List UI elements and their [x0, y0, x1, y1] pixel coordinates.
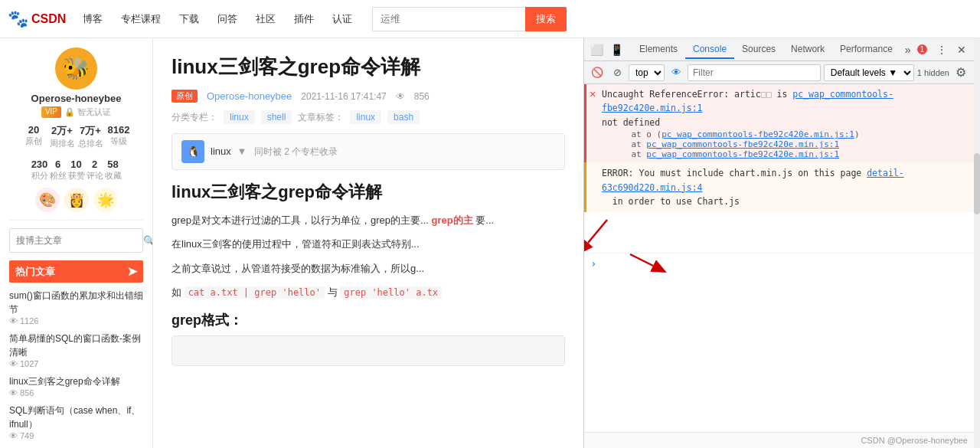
tab-network[interactable]: Network — [783, 41, 832, 59]
tab-performance[interactable]: Performance — [832, 41, 900, 59]
nav-search-button[interactable]: 搜索 — [525, 7, 567, 31]
author-stats: 20 原创 2万+ 周排名 7万+ 总排名 8162 等级 — [21, 124, 132, 149]
article-meta: 原创 Operose-honeybee 2021-11-16 17:41:47 … — [172, 90, 565, 103]
article-views-0: 👁 1126 — [9, 316, 143, 325]
stack-link-3[interactable]: pc_wap_commontools-fbe92c420e.min.js:1 — [646, 149, 839, 159]
error-stack: at o (pc_wap_commontools-fbe92c420e.min.… — [602, 129, 968, 159]
vertical-scrollbar[interactable] — [974, 38, 980, 448]
author-name[interactable]: Operose-honeybee — [31, 93, 122, 104]
collection-sub-text: 同时被 2 个专栏收录 — [254, 146, 338, 157]
stat-week-rank-label: 周排名 — [50, 138, 75, 149]
article-heading-2: linux三剑客之grep命令详解 — [172, 181, 565, 204]
article-p3: 之前文章说过，从管道符接受的数据为标准输入，所以g... — [172, 260, 565, 277]
sidebar-search-input[interactable] — [10, 235, 137, 246]
stat-comments: 2 评论 — [87, 159, 103, 181]
stat-original: 20 原创 — [21, 124, 47, 149]
article-main-title: linux三剑客之grep命令详解 — [172, 54, 565, 80]
stat-total-rank: 7万+ 总排名 — [78, 124, 103, 149]
hot-articles-header: 热门文章 ➤ — [9, 260, 143, 283]
stat-comments-label: 评论 — [87, 170, 103, 181]
logo[interactable]: 🐾 CSDN — [8, 9, 66, 29]
nav-item-community[interactable]: 社区 — [250, 9, 282, 29]
article-title-1[interactable]: 简单易懂的SQL的窗口函数-案例清晰 — [9, 332, 143, 359]
scrollbar-thumb[interactable] — [974, 153, 980, 214]
tab-elements[interactable]: Elements — [632, 41, 685, 59]
article-title-2[interactable]: linux三剑客之grep命令详解 — [9, 374, 143, 388]
top-nav: 🐾 CSDN 博客 专栏课程 下载 问答 社区 插件 认证 搜索 — [0, 0, 980, 38]
tab-sources[interactable]: Sources — [734, 41, 783, 59]
console-output: ✕ Uncaught ReferenceError: artic□□ is pc… — [584, 84, 974, 432]
error-message-1: Uncaught ReferenceError: artic□□ is pc_w… — [602, 87, 968, 129]
stat-week-rank-num: 2万+ — [50, 124, 75, 138]
avatar: 🐝 — [55, 47, 97, 90]
inspect-element-button[interactable]: ⬜ — [587, 41, 606, 59]
devtools-tabs: ⬜ 📱 Elements Console Sources Network Per… — [584, 38, 974, 61]
console-error-2: ERROR: You must include chart.min.js on … — [584, 162, 974, 212]
tag-linux[interactable]: linux — [350, 110, 381, 124]
tab-console[interactable]: Console — [685, 41, 734, 59]
search-icon[interactable]: 🔍 — [137, 235, 153, 247]
stack-link-1[interactable]: pc_wap_commontools-fbe92c420e.min.js:1 — [662, 129, 854, 139]
highlight-grep: grep的主 — [432, 214, 473, 226]
eye-icon-2: 👁 — [9, 388, 18, 397]
close-devtools-button[interactable]: ✕ — [952, 41, 971, 59]
devtools-icon-buttons: ⬜ 📱 — [587, 41, 626, 59]
console-settings-button[interactable]: ⚙ — [952, 65, 969, 80]
logo-icon: 🐾 — [8, 9, 28, 29]
eye-icon-0: 👁 — [9, 316, 18, 325]
devtools-bottom-text: CSDN @Operose-honeybee — [861, 436, 968, 445]
nav-item-plugins[interactable]: 插件 — [288, 9, 320, 29]
article-title-3[interactable]: SQL判断语句（case when、if、ifnull） — [9, 404, 143, 431]
author-extra-stats: 230 积分 6 粉丝 10 获赞 2 评论 58 收藏 — [31, 159, 122, 181]
stack-link-2[interactable]: pc_wap_commontools-fbe92c420e.min.js:1 — [646, 139, 839, 149]
nav-item-qa[interactable]: 问答 — [211, 9, 243, 29]
article-title-0[interactable]: sum()窗口函数的累加求和出错细节 — [9, 289, 143, 316]
tag-bash[interactable]: bash — [387, 110, 420, 124]
nav-item-courses[interactable]: 专栏课程 — [115, 9, 167, 29]
eye-icon-1: 👁 — [9, 359, 18, 368]
article-content: linux三剑客之grep命令详解 原创 Operose-honeybee 20… — [153, 38, 583, 448]
context-selector[interactable]: top — [629, 64, 665, 81]
stat-likes-num: 10 — [68, 159, 85, 170]
device-toolbar-button[interactable]: 📱 — [607, 41, 626, 59]
devtools-action-buttons: ⋮ ✕ — [933, 41, 971, 59]
collection-name[interactable]: linux — [211, 146, 231, 157]
nav-item-download[interactable]: 下载 — [173, 9, 205, 29]
stat-points-num: 230 — [31, 159, 48, 170]
article-views-1: 👁 1027 — [9, 359, 143, 368]
stat-level-num: 8162 — [106, 124, 132, 136]
tag-original: 原创 — [172, 90, 198, 103]
list-item: linux三剑客之grep命令详解 👁 856 — [9, 374, 143, 397]
clear-console-button[interactable]: 🚫 — [589, 64, 606, 81]
more-tabs-button[interactable]: » — [900, 42, 916, 57]
hot-articles-arrow-icon: ➤ — [127, 264, 137, 279]
collection-arrow-icon: ▼ — [237, 146, 247, 157]
annotation-container: › — [584, 212, 974, 273]
stat-comments-num: 2 — [87, 159, 103, 170]
tags-label: 文章标签： — [298, 111, 344, 124]
article-heading-3: grep格式： — [172, 311, 565, 329]
console-filter-input[interactable] — [688, 64, 821, 81]
cat-linux[interactable]: linux — [224, 110, 255, 124]
console-error-1: ✕ Uncaught ReferenceError: artic□□ is pc… — [584, 84, 974, 162]
meta-author[interactable]: Operose-honeybee — [207, 90, 292, 102]
nav-item-blog[interactable]: 博客 — [77, 9, 109, 29]
author-icon-2: 👸 — [64, 188, 89, 212]
error-link-2[interactable]: detail-63c690d220.min.js:4 — [602, 168, 904, 192]
badge-verify: 🔒 智无认证 — [64, 106, 111, 118]
log-levels-selector[interactable]: Default levels ▼ — [824, 64, 914, 81]
devtools-panel: ⬜ 📱 Elements Console Sources Network Per… — [583, 38, 974, 448]
filter-toggle-button[interactable]: ⊘ — [609, 64, 626, 81]
stat-likes: 10 获赞 — [68, 159, 85, 181]
error-link-1[interactable]: pc_wap_commontools-fbe92c420e.min.js:1 — [602, 89, 893, 113]
customize-devtools-button[interactable]: ⋮ — [933, 41, 951, 59]
eye-filter-button[interactable]: 👁 — [668, 64, 684, 81]
nav-item-certification[interactable]: 认证 — [326, 9, 358, 29]
author-badges: VIP 🔒 智无认证 — [41, 106, 111, 118]
console-toolbar: 🚫 ⊘ top 👁 Default levels ▼ 1 hidden ⚙ — [584, 61, 974, 84]
cat-shell[interactable]: shell — [261, 110, 292, 124]
nav-search-input[interactable] — [372, 7, 525, 31]
stat-fans-label: 粉丝 — [50, 170, 67, 181]
left-sidebar: 🐝 Operose-honeybee VIP 🔒 智无认证 20 原创 2万+ … — [0, 38, 153, 448]
stat-collections-num: 58 — [105, 159, 122, 170]
